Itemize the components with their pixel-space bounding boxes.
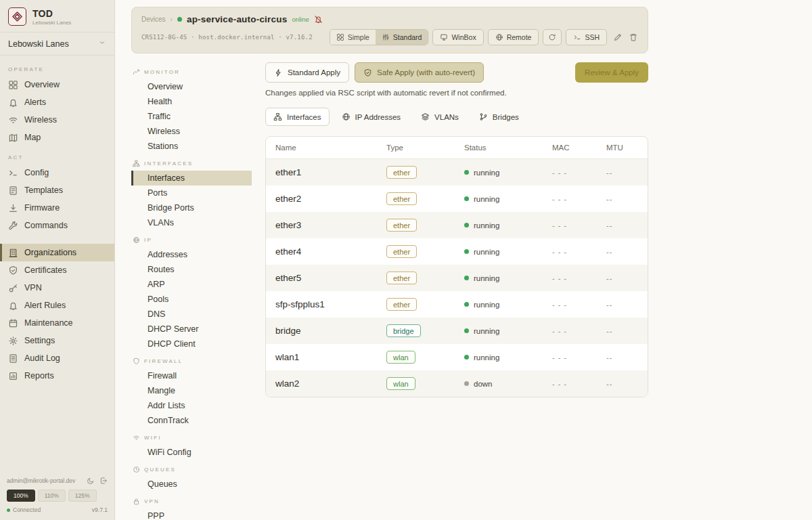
subnav-item-arp[interactable]: ARP bbox=[131, 277, 252, 292]
subnav-item-firewall[interactable]: Firewall bbox=[131, 368, 252, 383]
chevron-down-icon bbox=[98, 39, 106, 47]
table-row-ether1[interactable]: ether1etherrunning- - --- bbox=[266, 159, 648, 186]
mac-value: - - - bbox=[552, 248, 606, 256]
type-badge: ether bbox=[386, 298, 417, 311]
column-header-mac: MAC bbox=[552, 144, 606, 152]
table-row-bridge[interactable]: bridgebridgerunning- - --- bbox=[266, 318, 648, 344]
sidebar-item-vpn[interactable]: VPN bbox=[0, 279, 114, 297]
subnav-item-dns[interactable]: DNS bbox=[131, 307, 252, 322]
brand: TOD Lebowski Lanes bbox=[0, 0, 114, 32]
layers-icon bbox=[421, 112, 430, 121]
winbox-button[interactable]: WinBox bbox=[432, 29, 483, 45]
wifi-icon bbox=[8, 115, 18, 125]
download-icon bbox=[8, 203, 18, 213]
sidebar-item-config[interactable]: Config bbox=[0, 164, 114, 181]
bell-icon bbox=[8, 301, 18, 311]
app-version: v9.7.1 bbox=[92, 506, 108, 513]
subnav-item-stations[interactable]: Stations bbox=[131, 139, 252, 154]
subnav-section-queues: QUEUES bbox=[131, 460, 265, 477]
status-dot-icon bbox=[464, 381, 469, 386]
subnav-item-wifi-config[interactable]: WiFi Config bbox=[131, 445, 252, 460]
sidebar-item-settings[interactable]: Settings bbox=[0, 332, 114, 349]
moon-icon bbox=[87, 477, 95, 485]
edit-button[interactable] bbox=[613, 32, 623, 42]
subnav-item-wireless[interactable]: Wireless bbox=[131, 124, 252, 139]
status-label: running bbox=[474, 248, 499, 256]
sidebar-item-alert-rules[interactable]: Alert Rules bbox=[0, 297, 114, 314]
sidebar-item-audit-log[interactable]: Audit Log bbox=[0, 349, 114, 367]
zoom-110-button[interactable]: 110% bbox=[38, 490, 66, 502]
ssh-button[interactable]: SSH bbox=[566, 29, 607, 45]
subnav-item-interfaces[interactable]: Interfaces bbox=[131, 171, 252, 186]
subnav-item-ppp[interactable]: PPP bbox=[131, 508, 252, 520]
org-selector-label: Lebowski Lanes bbox=[8, 39, 69, 49]
sidebar-item-map[interactable]: Map bbox=[0, 129, 114, 146]
tab-interfaces[interactable]: Interfaces bbox=[265, 108, 330, 126]
standard-apply-button[interactable]: Standard Apply bbox=[265, 62, 349, 83]
user-email: admin@mikrotik-portal.dev bbox=[7, 477, 75, 484]
view-standard-button[interactable]: Standard bbox=[376, 30, 428, 45]
sidebar-item-reports[interactable]: Reports bbox=[0, 367, 114, 385]
sidebar-item-alerts[interactable]: Alerts bbox=[0, 93, 114, 111]
column-header-mtu: MTU bbox=[606, 144, 648, 152]
subnav-item-dhcp-server[interactable]: DHCP Server bbox=[131, 322, 252, 337]
sitemap-icon bbox=[133, 160, 140, 167]
monitor-icon bbox=[440, 33, 448, 41]
safe-apply-button[interactable]: Safe Apply (with auto-revert) bbox=[355, 62, 484, 83]
logout-button[interactable] bbox=[99, 477, 108, 485]
column-header-name: Name bbox=[275, 144, 386, 152]
delete-button[interactable] bbox=[629, 32, 638, 42]
table-row-ether3[interactable]: ether3etherrunning- - --- bbox=[266, 212, 648, 238]
terminal-icon bbox=[573, 33, 581, 41]
sidebar-item-maintenance[interactable]: Maintenance bbox=[0, 314, 114, 332]
subnav-item-routes[interactable]: Routes bbox=[131, 262, 252, 277]
tab-vlans[interactable]: VLANs bbox=[413, 108, 467, 126]
table-row-wlan1[interactable]: wlan1wlanrunning- - --- bbox=[266, 344, 648, 370]
table-row-ether4[interactable]: ether4etherrunning- - --- bbox=[266, 238, 648, 265]
refresh-button[interactable] bbox=[543, 29, 562, 45]
view-simple-button[interactable]: Simple bbox=[330, 30, 376, 45]
mac-value: - - - bbox=[552, 169, 606, 177]
tab-bridges[interactable]: Bridges bbox=[471, 108, 527, 126]
table-row-wlan2[interactable]: wlan2wlandown- - --- bbox=[266, 370, 648, 397]
remote-button[interactable]: Remote bbox=[488, 29, 539, 45]
subnav-item-overview[interactable]: Overview bbox=[131, 79, 252, 94]
tab-ip-addresses[interactable]: IP Addresses bbox=[334, 108, 409, 126]
sidebar-item-label: Overview bbox=[24, 80, 60, 89]
table-row-sfp-sfpplus1[interactable]: sfp-sfpplus1etherrunning- - --- bbox=[266, 291, 648, 318]
sidebar-item-organizations[interactable]: Organizations bbox=[0, 244, 114, 261]
subnav-item-pools[interactable]: Pools bbox=[131, 292, 252, 307]
subnav-item-conntrack[interactable]: ConnTrack bbox=[131, 413, 252, 428]
subnav-item-addr-lists[interactable]: Addr Lists bbox=[131, 398, 252, 413]
subnav-item-vlans[interactable]: VLANs bbox=[131, 215, 252, 230]
sidebar-item-certificates[interactable]: Certificates bbox=[0, 261, 114, 279]
mac-value: - - - bbox=[552, 327, 606, 335]
subnav-item-dhcp-client[interactable]: DHCP Client bbox=[131, 337, 252, 351]
sidebar-item-commands[interactable]: Commands bbox=[0, 217, 114, 234]
org-selector[interactable]: Lebowski Lanes bbox=[0, 32, 114, 56]
mute-notifications-button[interactable] bbox=[314, 15, 323, 24]
subnav-item-bridge-ports[interactable]: Bridge Ports bbox=[131, 200, 252, 215]
page: TOD Lebowski Lanes Lebowski Lanes OPERAT… bbox=[0, 0, 812, 520]
review-apply-button[interactable]: Review & Apply bbox=[575, 62, 648, 83]
table-row-ether2[interactable]: ether2etherrunning- - --- bbox=[266, 186, 648, 212]
sidebar-item-firmware[interactable]: Firmware bbox=[0, 199, 114, 217]
sidebar: TOD Lebowski Lanes Lebowski Lanes OPERAT… bbox=[0, 0, 115, 520]
table-row-ether5[interactable]: ether5etherrunning- - --- bbox=[266, 265, 648, 291]
zoom-100-button[interactable]: 100% bbox=[7, 490, 35, 502]
subnav-item-queues[interactable]: Queues bbox=[131, 477, 252, 492]
sidebar-item-templates[interactable]: Templates bbox=[0, 181, 114, 199]
subnav-item-ports[interactable]: Ports bbox=[131, 186, 252, 200]
subnav-item-health[interactable]: Health bbox=[131, 94, 252, 109]
mac-value: - - - bbox=[552, 221, 606, 230]
sidebar-item-overview[interactable]: Overview bbox=[0, 76, 114, 93]
subnav-item-mangle[interactable]: Mangle bbox=[131, 383, 252, 398]
theme-toggle-button[interactable] bbox=[87, 477, 95, 485]
activity-icon bbox=[133, 68, 140, 76]
breadcrumb-devices[interactable]: Devices bbox=[141, 16, 166, 23]
audit-icon bbox=[8, 353, 18, 364]
sidebar-item-wireless[interactable]: Wireless bbox=[0, 111, 114, 129]
subnav-item-addresses[interactable]: Addresses bbox=[131, 247, 252, 262]
subnav-item-traffic[interactable]: Traffic bbox=[131, 109, 252, 124]
zoom-125-button[interactable]: 125% bbox=[68, 490, 97, 502]
